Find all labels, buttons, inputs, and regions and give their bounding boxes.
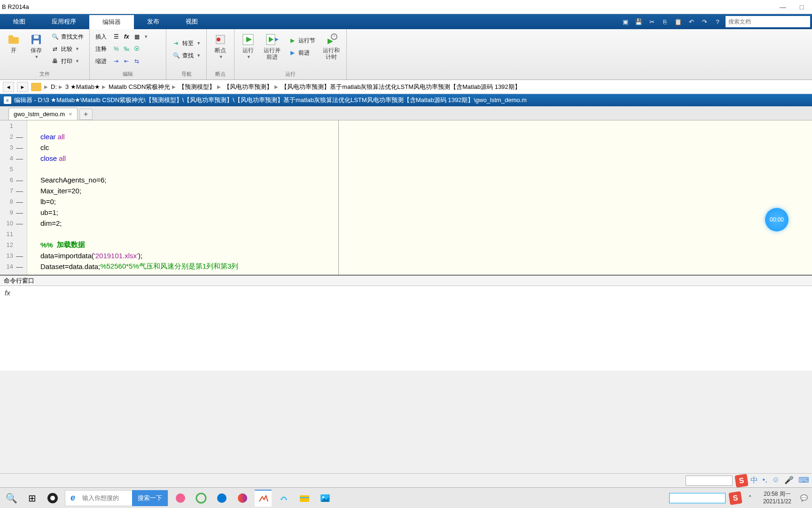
crumb-1[interactable]: 3 ★Matlab★▶ (65, 83, 106, 90)
quick-access-toolbar: ▣ 💾 ✂ ⎘ 📋 ↶ ↷ ? (620, 14, 812, 29)
editor-title-text: 编辑器 - D:\3 ★Matlab★\Matalb CSDN紫极神光\【预测模… (14, 96, 527, 104)
ime-badge[interactable]: S (734, 474, 748, 487)
gutter: 1 2— 3— 4— 5 6— 7— 8— 9— 10— 11 12 13— 1… (0, 120, 27, 275)
qa-icon-1[interactable]: ▣ (620, 16, 631, 27)
indent-button[interactable]: 缩进 ⇥⇤⇆ (94, 56, 150, 67)
crumb-5[interactable]: 【风电功率预测】基于matlab灰狼算法优化LSTM风电功率预测【含Matlab… (281, 83, 520, 91)
notifications-icon[interactable]: 💬 (799, 493, 809, 503)
crumb-2[interactable]: Matalb CSDN紫极神光▶ (109, 83, 176, 91)
lang-indicator[interactable]: 中 (750, 476, 758, 485)
taskbar-search-input[interactable] (80, 494, 132, 501)
file-tab[interactable]: gwo_lstm_demo.m × (8, 108, 78, 120)
tab-publish[interactable]: 发布 (134, 14, 172, 29)
group-label-nav: 导航 (170, 70, 203, 79)
group-label-edit: 编辑 (94, 70, 162, 79)
search-docs-input[interactable] (726, 16, 810, 27)
add-tab-button[interactable]: + (79, 109, 93, 120)
explorer-icon[interactable] (296, 490, 313, 507)
tray-ime-badge[interactable]: S (728, 491, 742, 505)
copy-icon[interactable]: ⎘ (660, 16, 670, 27)
run-time-button[interactable]: 运行和 计时 (320, 31, 343, 63)
run-section-button[interactable]: ▶运行节 (286, 35, 317, 46)
search-icon[interactable]: 🔍 (3, 490, 20, 507)
save-button[interactable]: 保存▼ (26, 31, 46, 61)
command-window[interactable]: fx (0, 286, 812, 371)
emoji-icon[interactable]: ☺ (772, 476, 780, 485)
svg-rect-4 (34, 35, 39, 39)
run-button[interactable]: 运行▼ (238, 31, 258, 61)
obs-icon[interactable] (44, 490, 61, 507)
goto-button[interactable]: ➜转至▼ (170, 38, 203, 49)
punct-icon[interactable]: •, (763, 476, 767, 485)
undo-icon[interactable]: ↶ (686, 16, 696, 27)
taskbar: 🔍 ⊞ e 搜索一下 S ˄ 20:58 周一 2021/11/22 💬 (0, 487, 812, 508)
app-icon-1[interactable] (172, 490, 189, 507)
breakpoints-button[interactable]: 断点▼ (211, 31, 230, 61)
matlab-icon[interactable] (255, 490, 272, 507)
compare-button[interactable]: ⇄比较▼ (49, 43, 86, 55)
svg-point-24 (322, 496, 324, 498)
command-window-title: 命令行窗口 (0, 276, 812, 286)
advance-button[interactable]: ▶前进 (286, 47, 317, 58)
window-title: B R2014a (2, 3, 778, 10)
maximize-button[interactable]: □ (797, 2, 806, 12)
editor-title-bar: ≡ 编辑器 - D:\3 ★Matlab★\Matalb CSDN紫极神光\【预… (0, 94, 812, 106)
tab-view[interactable]: 视图 (172, 14, 211, 29)
keyboard-icon[interactable]: ⌨ (798, 476, 809, 485)
svg-point-16 (50, 496, 55, 500)
crumb-0[interactable]: D:▶ (51, 83, 62, 90)
clock[interactable]: 20:58 周一 2021/11/22 (759, 491, 795, 505)
address-bar: ◄ ► ▶ D:▶ 3 ★Matlab★▶ Matalb CSDN紫极神光▶ 【… (0, 80, 812, 94)
back-button[interactable]: ◄ (3, 82, 14, 92)
print-button[interactable]: 🖶打印▼ (49, 56, 86, 67)
photos-icon[interactable] (317, 490, 334, 507)
svg-rect-22 (300, 497, 309, 498)
edge-icon[interactable] (213, 490, 230, 507)
svg-point-17 (176, 493, 185, 503)
svg-point-6 (217, 38, 220, 41)
ie-icon: e (65, 493, 80, 503)
taskbar-search-button[interactable]: 搜索一下 (132, 490, 168, 506)
minimize-button[interactable]: — (778, 2, 788, 12)
tab-editor[interactable]: 编辑器 (89, 14, 134, 29)
status-field[interactable] (686, 476, 733, 486)
group-label-run: 运行 (238, 70, 343, 79)
comment-button[interactable]: 注释 %‰⦿ (94, 43, 150, 55)
crumb-4[interactable]: 【风电功率预测】▶ (224, 83, 278, 91)
cut-icon[interactable]: ✂ (647, 16, 657, 27)
svg-rect-3 (33, 40, 39, 44)
forward-button[interactable]: ► (17, 82, 28, 92)
help-icon[interactable]: ? (712, 16, 723, 27)
redo-icon[interactable]: ↷ (699, 16, 710, 27)
svg-point-19 (217, 493, 226, 503)
tray-input[interactable] (669, 493, 726, 503)
tab-apps[interactable]: 应用程序 (39, 14, 89, 29)
svg-point-18 (196, 493, 206, 503)
paste-icon[interactable]: 📋 (673, 16, 683, 27)
mic-icon[interactable]: 🎤 (784, 476, 794, 485)
tab-plot[interactable]: 绘图 (0, 14, 39, 29)
save-icon[interactable]: 💾 (633, 16, 644, 27)
open-button[interactable]: 开 (4, 31, 23, 56)
tray-up-icon[interactable]: ˄ (745, 493, 756, 503)
code-content[interactable]: clear all clc close all SearchAgents_no=… (27, 120, 812, 275)
edge-legacy-icon[interactable] (193, 490, 210, 507)
close-tab-icon[interactable]: × (69, 111, 72, 118)
task-view-icon[interactable]: ⊞ (23, 490, 40, 507)
run-advance-button[interactable]: 运行并 前进 (261, 31, 283, 63)
insert-button[interactable]: 插入 ☰fx▦▼ (94, 31, 150, 42)
ribbon-body: 开 保存▼ 🔍查找文件 ⇄比较▼ 🖶打印▼ 文件 插入 ☰fx▦▼ 注释 %‰⦿… (0, 29, 812, 80)
browser-icon[interactable] (234, 490, 251, 507)
taskbar-search[interactable]: e 搜索一下 (65, 490, 168, 506)
crumb-3[interactable]: 【预测模型】▶ (179, 83, 221, 91)
group-label-file: 文件 (4, 70, 86, 79)
timer-badge[interactable]: 00:00 (765, 208, 789, 231)
code-editor[interactable]: 1 2— 3— 4— 5 6— 7— 8— 9— 10— 11 12 13— 1… (0, 120, 812, 276)
file-tabbar: gwo_lstm_demo.m × + (0, 106, 812, 120)
ribbon-tabs: 绘图 应用程序 编辑器 发布 视图 ▣ 💾 ✂ ⎘ 📋 ↶ ↷ ? (0, 14, 812, 29)
editor-icon: ≡ (4, 96, 11, 104)
find-button[interactable]: 🔍查找▼ (170, 50, 203, 61)
command-prompt: fx (5, 289, 10, 297)
app-icon-2[interactable] (275, 490, 292, 507)
find-files-button[interactable]: 🔍查找文件 (49, 31, 86, 42)
